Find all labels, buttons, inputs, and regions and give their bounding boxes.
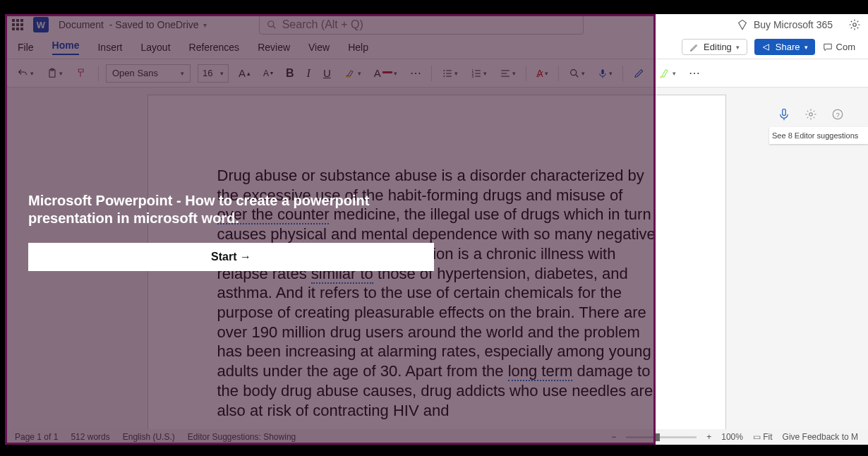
editor-rail: ? See 8 Editor suggestions	[769, 102, 868, 158]
zoom-percent[interactable]: 100%	[721, 432, 743, 442]
gear-icon[interactable]	[804, 108, 817, 121]
tutorial-panel: Microsoft Powerpoint - How to create a p…	[28, 192, 434, 271]
help-icon[interactable]: ?	[831, 108, 844, 121]
settings-gear-icon[interactable]	[848, 18, 861, 31]
editing-mode-button[interactable]: Editing▾	[682, 39, 747, 55]
designer-button[interactable]: ▾	[656, 66, 679, 80]
tutorial-heading: Microsoft Powerpoint - How to create a p…	[28, 192, 434, 227]
share-icon	[761, 42, 771, 52]
editor-suggestions-banner[interactable]: See 8 Editor suggestions	[769, 127, 868, 144]
pencil-icon	[689, 42, 699, 52]
svg-point-26	[809, 113, 813, 116]
svg-text:?: ?	[836, 112, 840, 119]
more-commands-button[interactable]: ⋯	[686, 65, 703, 81]
feedback-link[interactable]: Give Feedback to M	[783, 432, 858, 442]
svg-point-2	[853, 23, 857, 27]
fit-button[interactable]: ▭ Fit	[753, 432, 773, 442]
title-right: Buy Microsoft 365	[737, 18, 861, 31]
svg-rect-25	[783, 109, 786, 116]
share-button[interactable]: Share▾	[754, 39, 815, 55]
premium-diamond-icon	[737, 19, 748, 30]
comment-icon	[822, 42, 833, 52]
chevron-down-icon: ▾	[736, 44, 740, 51]
tutorial-start-button[interactable]: Start →	[28, 243, 434, 271]
chevron-down-icon: ▾	[804, 44, 808, 51]
comments-button[interactable]: Com	[822, 42, 855, 52]
buy-m365-link[interactable]: Buy Microsoft 365	[754, 19, 833, 30]
svg-point-24	[660, 76, 662, 78]
mic-icon[interactable]	[778, 107, 790, 121]
zoom-in-button[interactable]: +	[706, 432, 711, 442]
